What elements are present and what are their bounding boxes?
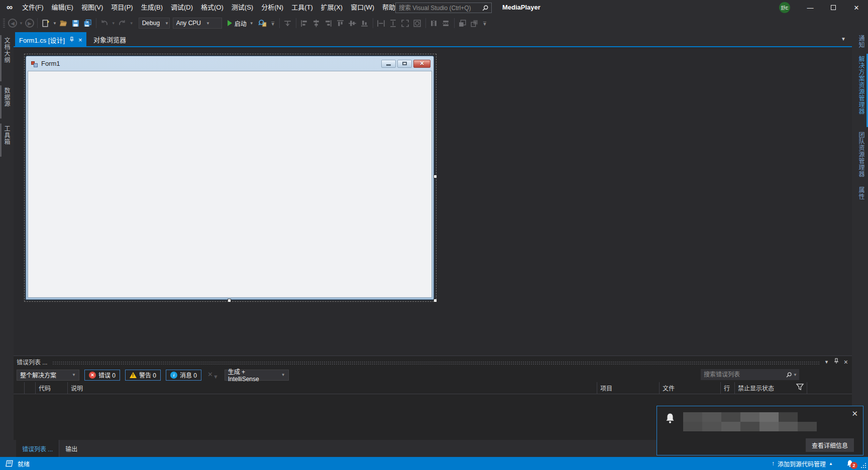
pin-icon[interactable]	[69, 37, 74, 43]
error-list-search[interactable]: ▼	[701, 369, 799, 380]
bring-to-front-icon[interactable]	[457, 18, 468, 29]
clear-filters-icon[interactable]: ✕▼	[207, 371, 219, 380]
user-avatar[interactable]: 舒E	[779, 2, 790, 13]
tab-output[interactable]: 输出	[59, 440, 83, 457]
header-code[interactable]: 代码	[36, 382, 68, 394]
error-list-titlebar[interactable]: 错误列表 ... ▼ ×	[14, 356, 852, 368]
header-description[interactable]: 说明	[68, 382, 597, 394]
filter-funnel-icon[interactable]	[796, 384, 804, 392]
menu-test[interactable]: 测试(S)	[228, 0, 257, 15]
scope-filter-dropdown[interactable]: 整个解决方案 ▼	[17, 370, 79, 381]
notifications-bell-button[interactable]: 2	[846, 459, 854, 467]
menu-file[interactable]: 文件(F)	[18, 0, 48, 15]
tab-form1-designer[interactable]: Form1.cs [设计] ×	[15, 32, 86, 47]
navigate-back-dropdown-icon[interactable]: ▼	[19, 21, 23, 26]
quick-launch-search[interactable]	[395, 3, 492, 13]
header-icon-col[interactable]	[25, 382, 36, 394]
make-same-width-icon[interactable]	[376, 18, 387, 29]
form-titlebar[interactable]: Form1 ✕	[26, 56, 433, 71]
make-same-height-icon[interactable]	[388, 18, 399, 29]
menu-view[interactable]: 视图(V)	[77, 0, 107, 15]
close-icon[interactable]: ×	[844, 358, 848, 366]
align-middles-icon[interactable]	[347, 18, 358, 29]
errors-toggle-button[interactable]: ✕ 错误 0	[84, 370, 120, 381]
tab-solution-explorer[interactable]: 解决方案资源管理器	[854, 54, 868, 127]
resize-grip[interactable]	[861, 463, 866, 468]
solution-platform-dropdown[interactable]: Any CPU ▼	[173, 18, 222, 29]
error-search-input[interactable]	[701, 371, 786, 378]
source-filter-dropdown[interactable]: 生成 + IntelliSense ▼	[225, 370, 289, 381]
resize-handle-right[interactable]	[433, 175, 437, 178]
form-close-button[interactable]: ✕	[413, 60, 430, 68]
solution-configuration-dropdown[interactable]: Debug ▼	[139, 18, 170, 29]
toolbar-grip[interactable]	[3, 19, 5, 28]
menu-extensions[interactable]: 扩展(X)	[317, 0, 347, 15]
undo-icon[interactable]	[99, 18, 110, 29]
tab-data-sources[interactable]: 数据源	[0, 85, 14, 119]
toolbar-overflow-icon[interactable]: ─▼	[271, 21, 275, 26]
view-details-button[interactable]: 查看详细信息	[806, 438, 854, 452]
tab-team-explorer[interactable]: 团队资源管理器	[854, 130, 868, 182]
close-icon[interactable]: ×	[78, 36, 82, 44]
pin-icon[interactable]	[834, 358, 839, 366]
align-bottoms-icon[interactable]	[359, 18, 370, 29]
close-icon[interactable]: ✕	[851, 409, 858, 418]
new-project-icon[interactable]	[40, 18, 51, 29]
new-item-dropdown-icon[interactable]: ▼	[53, 21, 57, 26]
messages-toggle-button[interactable]: i 消息 0	[166, 370, 201, 381]
menu-edit[interactable]: 编辑(E)	[48, 0, 77, 15]
horizontal-spacing-icon[interactable]	[428, 18, 440, 29]
send-to-back-icon[interactable]	[469, 18, 480, 29]
tab-object-browser[interactable]: 对象浏览器	[86, 32, 133, 46]
menu-project[interactable]: 项目(P)	[107, 0, 137, 15]
header-file[interactable]: 文件	[660, 382, 721, 394]
make-same-size-icon[interactable]	[400, 18, 411, 29]
save-icon[interactable]	[70, 18, 81, 29]
resize-handle-bottom[interactable]	[228, 299, 231, 302]
redo-dropdown-icon[interactable]: ▼	[130, 21, 134, 26]
menu-debug[interactable]: 调试(D)	[167, 0, 197, 15]
resize-handle-corner[interactable]	[433, 299, 437, 302]
align-centers-icon[interactable]	[311, 18, 322, 29]
chevron-down-icon[interactable]: ▼	[792, 373, 799, 377]
start-debug-button[interactable]: 启动 ▼	[228, 19, 255, 28]
tab-properties[interactable]: 属性	[854, 185, 868, 203]
menu-window[interactable]: 窗口(W)	[347, 0, 378, 15]
header-project[interactable]: 项目	[597, 382, 660, 394]
designed-form-window[interactable]: Form1 ✕	[26, 56, 434, 300]
align-tops-icon[interactable]	[335, 18, 346, 29]
navigate-forward-icon[interactable]: ▶	[25, 19, 34, 28]
menu-format[interactable]: 格式(O)	[197, 0, 228, 15]
form-maximize-button[interactable]	[397, 60, 412, 68]
window-close-button[interactable]: ✕	[845, 0, 868, 15]
header-suppression-state[interactable]: 禁止显示状态	[735, 382, 807, 394]
open-file-icon[interactable]	[58, 18, 69, 29]
menu-build[interactable]: 生成(B)	[137, 0, 167, 15]
tab-list-dropdown-icon[interactable]: ▼	[841, 36, 846, 42]
window-minimize-button[interactable]: —	[799, 0, 822, 15]
quick-launch-input[interactable]	[396, 5, 482, 12]
undo-dropdown-icon[interactable]: ▼	[112, 21, 116, 26]
tab-document-outline[interactable]: 文档大纲	[0, 35, 14, 81]
warnings-toggle-button[interactable]: 警告 0	[125, 370, 161, 381]
tab-toolbox[interactable]: 工具箱	[0, 124, 14, 157]
save-all-icon[interactable]	[82, 18, 93, 29]
layout-toolbar-overflow-icon[interactable]: ─▼	[483, 21, 487, 26]
vertical-spacing-icon[interactable]	[441, 18, 452, 29]
form-minimize-button[interactable]	[381, 60, 396, 68]
form-client-area[interactable]	[28, 71, 432, 298]
panel-drag-grip[interactable]	[52, 361, 819, 365]
add-to-source-control-button[interactable]: ↑ 添加到源代码管理 ▲	[772, 459, 833, 468]
window-maximize-button[interactable]	[822, 0, 845, 15]
menu-tools[interactable]: 工具(T)	[287, 0, 317, 15]
window-position-dropdown-icon[interactable]: ▼	[824, 360, 829, 365]
snap-to-grid-icon[interactable]	[282, 18, 293, 29]
header-line[interactable]: 行	[721, 382, 735, 394]
redo-icon[interactable]	[117, 18, 128, 29]
align-lefts-icon[interactable]	[299, 18, 310, 29]
background-tasks-icon[interactable]	[5, 460, 14, 467]
align-rights-icon[interactable]	[323, 18, 334, 29]
tab-notifications[interactable]: 通知	[854, 33, 868, 50]
header-selection-col[interactable]	[14, 382, 25, 394]
size-to-grid-icon[interactable]	[412, 18, 423, 29]
